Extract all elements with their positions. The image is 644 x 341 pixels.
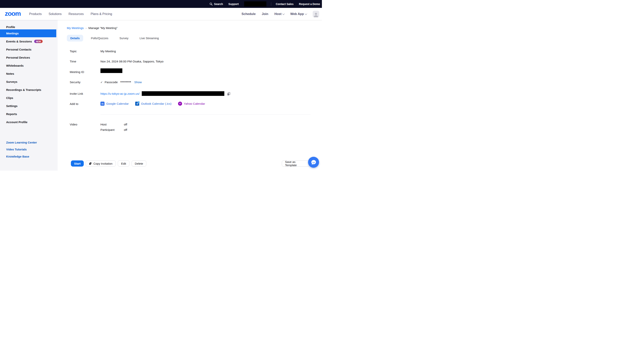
nav-actions: Schedule Join Host Web App	[242, 11, 319, 17]
support-link[interactable]: Support	[228, 2, 239, 6]
copy-invitation-button[interactable]: Copy Invitation	[86, 160, 116, 166]
chevron-down-icon	[305, 12, 307, 15]
chat-bubble-icon	[311, 160, 316, 165]
host-menu[interactable]: Host	[274, 12, 284, 16]
video-participant-label: Participant	[100, 128, 114, 132]
passcode-mask: ********	[120, 80, 131, 84]
sidebar-item-settings[interactable]: Settings	[0, 102, 56, 110]
breadcrumb-my-meetings[interactable]: My Meetings	[67, 26, 84, 30]
google-calendar-icon: 31	[100, 102, 104, 106]
nav-solutions[interactable]: Solutions	[48, 12, 62, 16]
top-utility-bar: Search Support Contact Sales Request a D…	[0, 0, 322, 8]
sidebar: Profile Meetings Events & SessionsNEW Pe…	[0, 20, 58, 170]
redacted-meeting-id	[100, 68, 122, 73]
sidebar-item-events-sessions[interactable]: Events & SessionsNEW	[0, 38, 56, 45]
delete-button[interactable]: Delete	[132, 160, 146, 166]
google-calendar-link[interactable]: 31 Google Calendar	[100, 102, 129, 106]
topic-value: My Meeting	[100, 50, 116, 53]
yahoo-calendar-icon: Y!	[178, 102, 182, 106]
sidebar-item-reports[interactable]: Reports	[0, 110, 56, 118]
passcode-label: Passcode	[105, 80, 118, 84]
page-title: Manage "My Meeting"	[88, 26, 117, 30]
contact-sales-link[interactable]: Contact Sales	[276, 2, 294, 6]
video-host-label: Host	[100, 123, 106, 126]
sidebar-item-personal-contacts[interactable]: Personal Contacts	[0, 46, 56, 54]
yahoo-calendar-link[interactable]: Y! Yahoo Calendar	[178, 102, 205, 106]
copy-invite-link-button[interactable]	[227, 92, 230, 96]
video-host-value: off	[124, 123, 127, 126]
nav-plans-pricing[interactable]: Plans & Pricing	[91, 12, 112, 16]
check-icon: ✓	[100, 81, 103, 84]
add-to-calendars: 31 Google Calendar o Outlook Calendar (.…	[100, 102, 205, 106]
nav-resources[interactable]: Resources	[68, 12, 84, 16]
action-bar: Start Copy Invitation Edit Delete Save a…	[58, 136, 322, 170]
topic-label: Topic	[70, 50, 77, 53]
security-label: Security	[70, 80, 80, 84]
add-to-label: Add to	[70, 102, 78, 106]
sidebar-item-surveys[interactable]: Surveys	[0, 78, 56, 86]
sidebar-item-notes[interactable]: Notes	[0, 70, 56, 78]
invite-link-url[interactable]: https://u-tokyo-ac-jp.zoom.us/	[100, 92, 140, 96]
video-label: Video	[70, 123, 77, 126]
save-as-template-button[interactable]: Save as Template	[282, 160, 310, 166]
tab-survey[interactable]: Survey	[116, 35, 132, 42]
new-badge: NEW	[34, 40, 42, 43]
edit-button[interactable]: Edit	[118, 160, 130, 166]
tab-polls-quizzes[interactable]: Polls/Quizzes	[88, 35, 112, 42]
nav-products[interactable]: Products	[29, 12, 42, 16]
chevron-down-icon	[282, 12, 285, 15]
breadcrumb: My Meetings › Manage "My Meeting"	[67, 26, 118, 30]
section-divider	[100, 114, 310, 115]
zoom-logo[interactable]: zoom	[5, 10, 21, 17]
chat-support-button[interactable]	[308, 157, 319, 168]
topbar-divider	[271, 2, 271, 6]
sidebar-link-video-tutorials[interactable]: Video Tutorials	[6, 148, 27, 151]
sidebar-item-personal-devices[interactable]: Personal Devices	[0, 54, 56, 62]
start-button[interactable]: Start	[71, 160, 84, 166]
sidebar-item-whiteboards[interactable]: Whiteboards	[0, 62, 56, 70]
time-value: Nov 24, 2024 08:00 PM Osaka, Sapporo, To…	[100, 60, 164, 63]
nav-links: Products Solutions Resources Plans & Pri…	[29, 12, 112, 16]
sidebar-item-account-profile[interactable]: Account Profile	[0, 118, 56, 126]
join-link[interactable]: Join	[262, 12, 268, 16]
sidebar-item-clips[interactable]: Clips	[0, 94, 56, 102]
copy-icon	[89, 162, 92, 165]
tab-details[interactable]: Details	[67, 35, 83, 42]
zoom-web-portal: Search Support Contact Sales Request a D…	[0, 0, 322, 170]
invite-link-label: Invite Link	[70, 92, 83, 96]
outlook-calendar-icon: o	[135, 102, 139, 106]
copy-icon	[227, 92, 230, 96]
tab-bar: Details Polls/Quizzes Survey Live Stream…	[67, 35, 166, 42]
show-passcode-link[interactable]: Show	[134, 80, 142, 84]
breadcrumb-separator-icon: ›	[86, 27, 86, 30]
web-app-menu[interactable]: Web App	[290, 12, 306, 16]
sidebar-item-meetings[interactable]: Meetings	[0, 30, 56, 37]
schedule-link[interactable]: Schedule	[242, 12, 256, 16]
sidebar-item-recordings-transcripts[interactable]: Recordings & Transcripts	[0, 86, 56, 94]
search-icon	[210, 2, 212, 6]
time-label: Time	[70, 60, 76, 63]
redacted-invite-link	[142, 91, 224, 96]
security-value: ✓Passcode********Show	[100, 80, 142, 84]
meeting-id-label: Meeting ID	[70, 70, 84, 74]
sidebar-link-zoom-learning-center[interactable]: Zoom Learning Center	[6, 141, 37, 144]
main-nav: zoom Products Solutions Resources Plans …	[0, 8, 322, 20]
search-button[interactable]: Search	[210, 2, 223, 6]
user-avatar[interactable]	[313, 11, 319, 17]
video-participant-value: off	[124, 128, 127, 132]
tab-live-streaming[interactable]: Live Streaming	[136, 35, 162, 42]
sidebar-link-knowledge-base[interactable]: Knowledge Base	[6, 155, 29, 158]
person-icon	[314, 12, 318, 17]
outlook-calendar-link[interactable]: o Outlook Calendar (.ics)	[135, 102, 172, 106]
request-demo-link[interactable]: Request a Demo	[299, 2, 320, 6]
search-label: Search	[214, 2, 223, 6]
redacted-account-info	[244, 1, 266, 6]
